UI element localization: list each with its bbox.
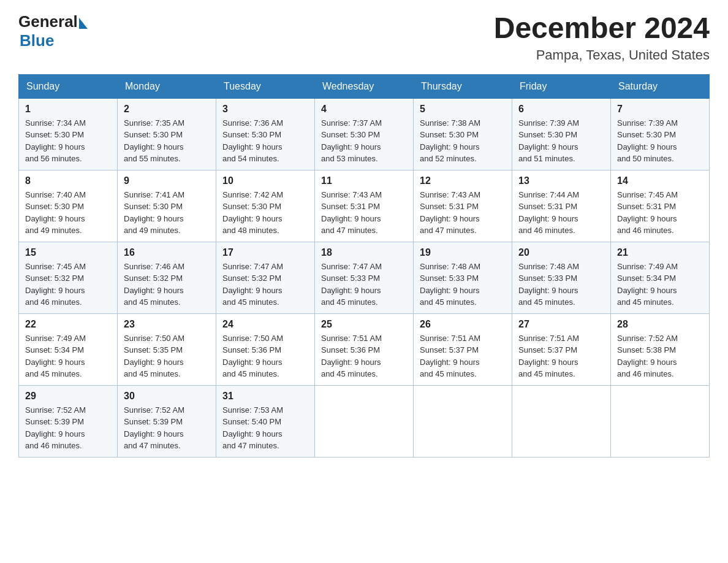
col-monday: Monday <box>118 74 216 98</box>
day-number: 14 <box>617 175 703 186</box>
day-number: 10 <box>222 175 308 186</box>
day-number: 29 <box>25 391 111 402</box>
calendar-week-row: 8 Sunrise: 7:40 AMSunset: 5:30 PMDayligh… <box>19 170 710 242</box>
calendar-cell: 3 Sunrise: 7:36 AMSunset: 5:30 PMDayligh… <box>216 98 315 170</box>
calendar-cell <box>315 385 414 457</box>
day-number: 7 <box>617 104 703 115</box>
day-info: Sunrise: 7:34 AMSunset: 5:30 PMDaylight:… <box>25 118 86 164</box>
day-info: Sunrise: 7:42 AMSunset: 5:30 PMDaylight:… <box>222 190 283 236</box>
day-number: 16 <box>124 247 210 258</box>
calendar-cell: 6 Sunrise: 7:39 AMSunset: 5:30 PMDayligh… <box>512 98 611 170</box>
calendar-cell <box>414 385 512 457</box>
day-number: 3 <box>222 104 308 115</box>
calendar-week-row: 29 Sunrise: 7:52 AMSunset: 5:39 PMDaylig… <box>19 385 710 457</box>
day-info: Sunrise: 7:41 AMSunset: 5:30 PMDaylight:… <box>124 190 184 236</box>
calendar-cell: 16 Sunrise: 7:46 AMSunset: 5:32 PMDaylig… <box>118 242 216 313</box>
calendar-cell: 14 Sunrise: 7:45 AMSunset: 5:31 PMDaylig… <box>611 170 710 242</box>
day-info: Sunrise: 7:50 AMSunset: 5:35 PMDaylight:… <box>124 334 184 379</box>
calendar-cell: 23 Sunrise: 7:50 AMSunset: 5:35 PMDaylig… <box>118 313 216 385</box>
day-info: Sunrise: 7:44 AMSunset: 5:31 PMDaylight:… <box>518 190 579 236</box>
calendar-cell: 28 Sunrise: 7:52 AMSunset: 5:38 PMDaylig… <box>611 313 710 385</box>
calendar-cell: 29 Sunrise: 7:52 AMSunset: 5:39 PMDaylig… <box>19 385 118 457</box>
day-number: 13 <box>518 175 604 186</box>
day-number: 17 <box>222 247 308 258</box>
day-number: 23 <box>124 319 210 330</box>
day-info: Sunrise: 7:51 AMSunset: 5:37 PMDaylight:… <box>420 334 480 379</box>
day-number: 9 <box>124 175 210 186</box>
calendar-cell: 2 Sunrise: 7:35 AMSunset: 5:30 PMDayligh… <box>118 98 216 170</box>
day-number: 27 <box>518 319 604 330</box>
logo-arrow-icon <box>79 18 88 29</box>
calendar-cell: 15 Sunrise: 7:45 AMSunset: 5:32 PMDaylig… <box>19 242 118 313</box>
logo: General Blue <box>18 12 88 50</box>
col-wednesday: Wednesday <box>315 74 414 98</box>
day-number: 1 <box>25 104 111 115</box>
calendar-cell: 5 Sunrise: 7:38 AMSunset: 5:30 PMDayligh… <box>414 98 512 170</box>
col-saturday: Saturday <box>611 74 710 98</box>
day-info: Sunrise: 7:38 AMSunset: 5:30 PMDaylight:… <box>420 118 480 164</box>
day-number: 15 <box>25 247 111 258</box>
day-info: Sunrise: 7:47 AMSunset: 5:32 PMDaylight:… <box>222 262 283 307</box>
calendar-title: December 2024 <box>494 12 710 45</box>
calendar-header: Sunday Monday Tuesday Wednesday Thursday… <box>19 74 710 98</box>
day-info: Sunrise: 7:52 AMSunset: 5:39 PMDaylight:… <box>124 405 184 451</box>
calendar-cell: 30 Sunrise: 7:52 AMSunset: 5:39 PMDaylig… <box>118 385 216 457</box>
day-info: Sunrise: 7:48 AMSunset: 5:33 PMDaylight:… <box>420 262 480 307</box>
calendar-table: Sunday Monday Tuesday Wednesday Thursday… <box>18 74 710 458</box>
title-block: December 2024 Pampa, Texas, United State… <box>494 12 710 63</box>
calendar-cell: 7 Sunrise: 7:39 AMSunset: 5:30 PMDayligh… <box>611 98 710 170</box>
col-thursday: Thursday <box>414 74 512 98</box>
calendar-cell: 13 Sunrise: 7:44 AMSunset: 5:31 PMDaylig… <box>512 170 611 242</box>
day-info: Sunrise: 7:35 AMSunset: 5:30 PMDaylight:… <box>124 118 184 164</box>
day-number: 21 <box>617 247 703 258</box>
day-info: Sunrise: 7:49 AMSunset: 5:34 PMDaylight:… <box>25 334 86 379</box>
calendar-week-row: 15 Sunrise: 7:45 AMSunset: 5:32 PMDaylig… <box>19 242 710 313</box>
day-number: 31 <box>222 391 308 402</box>
day-info: Sunrise: 7:39 AMSunset: 5:30 PMDaylight:… <box>518 118 579 164</box>
calendar-week-row: 1 Sunrise: 7:34 AMSunset: 5:30 PMDayligh… <box>19 98 710 170</box>
day-number: 22 <box>25 319 111 330</box>
calendar-cell: 31 Sunrise: 7:53 AMSunset: 5:40 PMDaylig… <box>216 385 315 457</box>
day-info: Sunrise: 7:51 AMSunset: 5:37 PMDaylight:… <box>518 334 579 379</box>
day-info: Sunrise: 7:53 AMSunset: 5:40 PMDaylight:… <box>222 405 283 451</box>
day-info: Sunrise: 7:47 AMSunset: 5:33 PMDaylight:… <box>321 262 382 307</box>
calendar-cell: 17 Sunrise: 7:47 AMSunset: 5:32 PMDaylig… <box>216 242 315 313</box>
calendar-cell <box>512 385 611 457</box>
calendar-cell: 22 Sunrise: 7:49 AMSunset: 5:34 PMDaylig… <box>19 313 118 385</box>
col-friday: Friday <box>512 74 611 98</box>
day-info: Sunrise: 7:40 AMSunset: 5:30 PMDaylight:… <box>25 190 86 236</box>
page-header: General Blue December 2024 Pampa, Texas,… <box>18 12 710 63</box>
day-info: Sunrise: 7:45 AMSunset: 5:32 PMDaylight:… <box>25 262 86 307</box>
logo-text-general: General <box>18 12 78 31</box>
col-tuesday: Tuesday <box>216 74 315 98</box>
day-number: 19 <box>420 247 506 258</box>
days-of-week-row: Sunday Monday Tuesday Wednesday Thursday… <box>19 74 710 98</box>
col-sunday: Sunday <box>19 74 118 98</box>
calendar-cell: 11 Sunrise: 7:43 AMSunset: 5:31 PMDaylig… <box>315 170 414 242</box>
day-info: Sunrise: 7:48 AMSunset: 5:33 PMDaylight:… <box>518 262 579 307</box>
calendar-cell: 26 Sunrise: 7:51 AMSunset: 5:37 PMDaylig… <box>414 313 512 385</box>
calendar-cell: 25 Sunrise: 7:51 AMSunset: 5:36 PMDaylig… <box>315 313 414 385</box>
day-number: 26 <box>420 319 506 330</box>
day-number: 8 <box>25 175 111 186</box>
day-info: Sunrise: 7:43 AMSunset: 5:31 PMDaylight:… <box>321 190 382 236</box>
logo-text-blue: Blue <box>20 31 54 50</box>
calendar-cell: 18 Sunrise: 7:47 AMSunset: 5:33 PMDaylig… <box>315 242 414 313</box>
calendar-week-row: 22 Sunrise: 7:49 AMSunset: 5:34 PMDaylig… <box>19 313 710 385</box>
day-info: Sunrise: 7:37 AMSunset: 5:30 PMDaylight:… <box>321 118 382 164</box>
day-number: 30 <box>124 391 210 402</box>
day-number: 11 <box>321 175 407 186</box>
day-info: Sunrise: 7:51 AMSunset: 5:36 PMDaylight:… <box>321 334 382 379</box>
day-info: Sunrise: 7:46 AMSunset: 5:32 PMDaylight:… <box>124 262 184 307</box>
calendar-subtitle: Pampa, Texas, United States <box>494 47 710 63</box>
day-info: Sunrise: 7:45 AMSunset: 5:31 PMDaylight:… <box>617 190 678 236</box>
calendar-cell: 9 Sunrise: 7:41 AMSunset: 5:30 PMDayligh… <box>118 170 216 242</box>
day-info: Sunrise: 7:50 AMSunset: 5:36 PMDaylight:… <box>222 334 283 379</box>
calendar-cell: 8 Sunrise: 7:40 AMSunset: 5:30 PMDayligh… <box>19 170 118 242</box>
calendar-cell: 12 Sunrise: 7:43 AMSunset: 5:31 PMDaylig… <box>414 170 512 242</box>
day-number: 28 <box>617 319 703 330</box>
day-info: Sunrise: 7:43 AMSunset: 5:31 PMDaylight:… <box>420 190 480 236</box>
calendar-cell: 19 Sunrise: 7:48 AMSunset: 5:33 PMDaylig… <box>414 242 512 313</box>
calendar-cell: 21 Sunrise: 7:49 AMSunset: 5:34 PMDaylig… <box>611 242 710 313</box>
day-number: 6 <box>518 104 604 115</box>
